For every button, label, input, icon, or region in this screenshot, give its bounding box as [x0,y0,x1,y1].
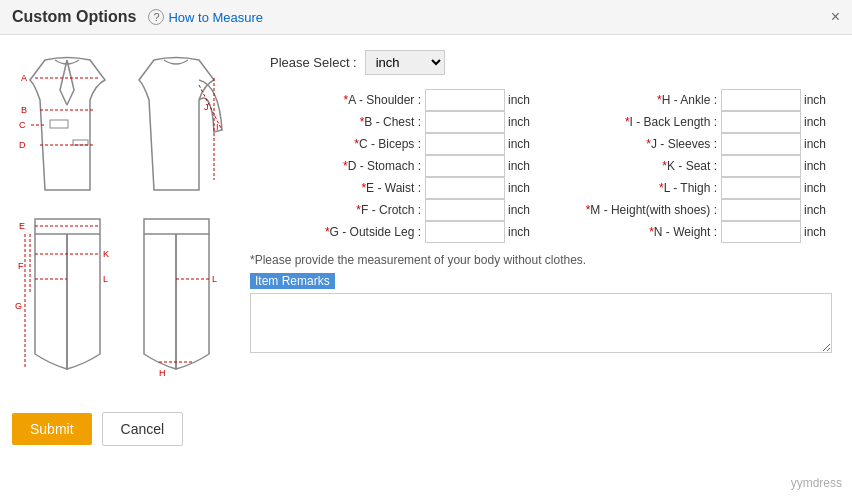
label-E: *E - Waist : [361,181,421,195]
input-G[interactable] [425,221,505,243]
watermark: yymdress [791,476,842,490]
svg-text:E: E [19,221,25,231]
measurement-form: Please Select : inch cm *A - Shoulder : … [240,45,842,394]
unit-D: inch [508,159,536,173]
unit-M: inch [804,203,832,217]
label-G: *G - Outside Leg : [325,225,421,239]
unit-E: inch [508,181,536,195]
svg-text:L: L [212,274,217,284]
field-row-J: *J - Sleeves : inch [546,133,832,155]
svg-text:K: K [103,249,109,259]
field-row-B: *B - Chest : inch [250,111,536,133]
svg-rect-0 [50,120,68,128]
label-N: *N - Weight : [649,225,717,239]
help-icon: ? [148,9,164,25]
svg-text:F: F [18,261,24,271]
field-group-right: *H - Ankle : inch *I - Back Length : inc… [546,89,832,243]
label-I: *I - Back Length : [625,115,717,129]
unit-I: inch [804,115,832,129]
svg-rect-25 [144,219,209,234]
measurement-note: *Please provide the measurement of your … [250,253,832,267]
field-row-K: *K - Seat : inch [546,155,832,177]
measurement-fields: *A - Shoulder : inch *B - Chest : inch *… [250,89,832,243]
select-label: Please Select : [270,55,357,70]
svg-text:D: D [19,140,26,150]
field-row-E: *E - Waist : inch [250,177,536,199]
input-I[interactable] [721,111,801,133]
submit-button[interactable]: Submit [12,413,92,445]
form-footer: Submit Cancel yymdress [0,404,852,454]
unit-F: inch [508,203,536,217]
field-row-A: *A - Shoulder : inch [250,89,536,111]
close-button[interactable]: × [831,8,840,26]
trousers-front-diagram: E F G K L [15,214,120,389]
input-F[interactable] [425,199,505,221]
unit-N: inch [804,225,832,239]
field-row-F: *F - Crotch : inch [250,199,536,221]
cancel-button[interactable]: Cancel [102,412,184,446]
unit-A: inch [508,93,536,107]
svg-text:C: C [19,120,26,130]
input-B[interactable] [425,111,505,133]
input-M[interactable] [721,199,801,221]
unit-L: inch [804,181,832,195]
label-L: *L - Thigh : [659,181,717,195]
field-row-I: *I - Back Length : inch [546,111,832,133]
field-row-C: *C - Biceps : inch [250,133,536,155]
measurement-diagram: A B C D I J [10,45,240,394]
remarks-label: Item Remarks [250,273,335,289]
label-B: *B - Chest : [360,115,421,129]
input-C[interactable] [425,133,505,155]
svg-text:J: J [204,102,209,112]
input-E[interactable] [425,177,505,199]
trousers-back-diagram: H L [124,214,229,389]
svg-text:B: B [21,105,27,115]
label-H: *H - Ankle : [657,93,717,107]
input-A[interactable] [425,89,505,111]
field-row-D: *D - Stomach : inch [250,155,536,177]
remarks-textarea[interactable] [250,293,832,353]
input-K[interactable] [721,155,801,177]
input-H[interactable] [721,89,801,111]
unit-J: inch [804,137,832,151]
unit-H: inch [804,93,832,107]
svg-text:L: L [103,274,108,284]
input-L[interactable] [721,177,801,199]
help-label: How to Measure [168,10,263,25]
field-row-G: *G - Outside Leg : inch [250,221,536,243]
field-group-left: *A - Shoulder : inch *B - Chest : inch *… [250,89,536,243]
svg-rect-1 [73,140,88,145]
label-A: *A - Shoulder : [344,93,421,107]
page-title: Custom Options [12,8,136,26]
how-to-measure-link[interactable]: ? How to Measure [148,9,263,25]
label-C: *C - Biceps : [354,137,421,151]
field-row-M: *M - Height(with shoes) : inch [546,199,832,221]
svg-text:G: G [15,301,22,311]
input-J[interactable] [721,133,801,155]
field-row-N: *N - Weight : inch [546,221,832,243]
jacket-back-diagram: I J [124,50,229,210]
input-N[interactable] [721,221,801,243]
unit-B: inch [508,115,536,129]
label-D: *D - Stomach : [343,159,421,173]
unit-G: inch [508,225,536,239]
label-J: *J - Sleeves : [646,137,717,151]
svg-text:A: A [21,73,27,83]
label-F: *F - Crotch : [356,203,421,217]
svg-text:H: H [159,368,166,378]
label-K: *K - Seat : [662,159,717,173]
field-row-L: *L - Thigh : inch [546,177,832,199]
unit-K: inch [804,159,832,173]
jacket-front-diagram: A B C D [15,50,120,210]
field-row-H: *H - Ankle : inch [546,89,832,111]
unit-C: inch [508,137,536,151]
input-D[interactable] [425,155,505,177]
label-M: *M - Height(with shoes) : [586,203,717,217]
unit-select[interactable]: inch cm [365,50,445,75]
